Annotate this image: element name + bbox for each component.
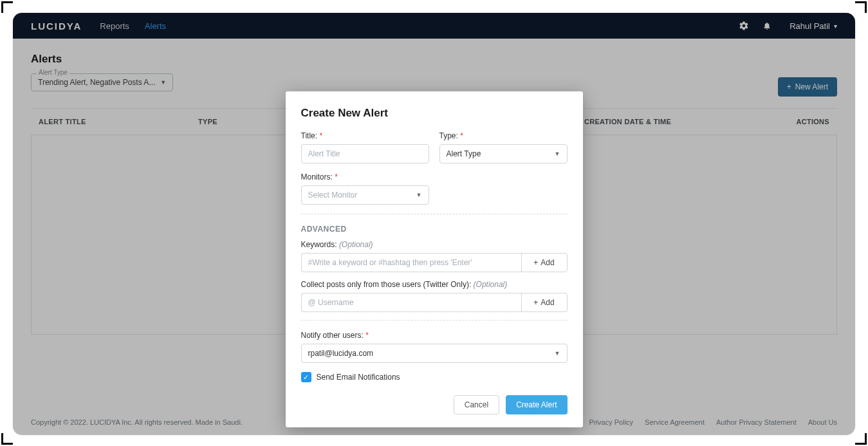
notify-select[interactable]: rpatil@lucidya.com ▼ [301, 344, 568, 363]
required-marker: * [319, 131, 322, 140]
optional-marker: (Optional) [474, 280, 508, 289]
chevron-down-icon: ▼ [555, 151, 560, 157]
title-input[interactable] [301, 144, 429, 163]
create-alert-modal: Create New Alert Title: * Type: * Alert … [286, 91, 583, 427]
required-marker: * [335, 172, 338, 181]
label-monitors: Monitors: [301, 172, 333, 181]
monitors-select[interactable]: Select Monitor ▼ [301, 185, 429, 205]
label-collect: Collect posts only from those users (Twi… [301, 280, 472, 289]
send-email-label: Send Email Notifications [317, 373, 400, 382]
add-user-button[interactable]: +Add [521, 293, 568, 312]
label-notify: Notify other users: [301, 331, 364, 340]
add-keyword-button[interactable]: +Add [521, 253, 568, 272]
required-marker: * [365, 331, 369, 340]
required-marker: * [460, 131, 463, 140]
label-type: Type: [439, 131, 458, 140]
chevron-down-icon: ▼ [555, 350, 560, 357]
advanced-label: ADVANCED [301, 225, 568, 234]
chevron-down-icon: ▼ [416, 192, 422, 198]
optional-marker: (Optional) [339, 240, 373, 249]
divider [301, 320, 568, 321]
modal-title: Create New Alert [301, 107, 568, 120]
divider [301, 214, 568, 214]
username-input[interactable] [301, 293, 521, 312]
send-email-checkbox[interactable]: ✓ [301, 372, 311, 382]
label-title: Title: [301, 131, 318, 140]
label-keywords: Keywords: [301, 240, 337, 249]
type-select-value: Alert Type [447, 149, 481, 158]
notify-value: rpatil@lucidya.com [308, 349, 374, 358]
type-select[interactable]: Alert Type ▼ [439, 144, 568, 163]
plus-icon: + [533, 298, 538, 307]
create-alert-button[interactable]: Create Alert [506, 395, 567, 414]
keywords-input[interactable] [301, 253, 521, 272]
plus-icon: + [533, 258, 538, 267]
cancel-button[interactable]: Cancel [454, 395, 499, 414]
monitors-placeholder: Select Monitor [308, 190, 358, 200]
